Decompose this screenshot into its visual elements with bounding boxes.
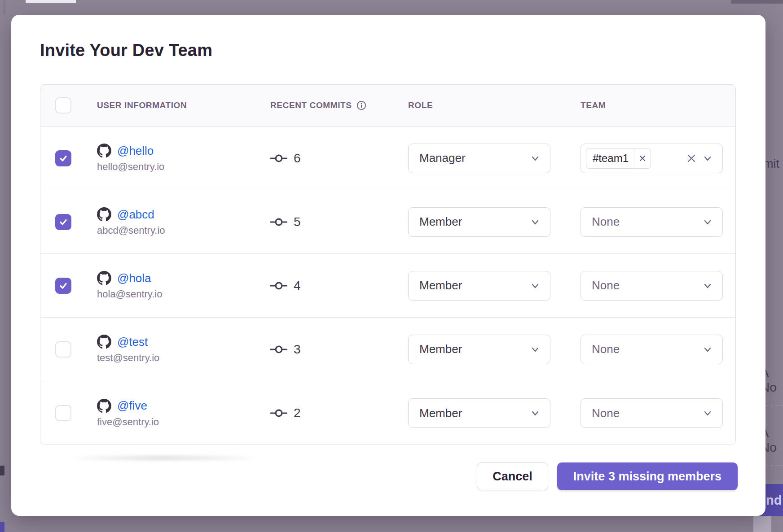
github-icon [97,399,111,413]
column-header-role: ROLE [408,100,581,110]
chevron-down-icon [702,216,713,228]
role-cell: Manager [408,144,581,173]
team-select-none[interactable]: None [581,207,723,237]
bg-fragment-square [0,522,4,532]
role-select[interactable]: Member [408,207,550,237]
git-commit-icon [270,408,287,419]
team-cell: None [581,398,735,428]
table-header-row: USER INFORMATION RECENT COMMITS ROLE TEA… [40,85,735,126]
table-row: @abcd abcd@sentry.io 5 Member [40,190,735,254]
bg-fragment-text: mit [763,157,779,171]
github-username-link[interactable]: @five [117,399,147,413]
user-email: hola@sentry.io [97,288,270,300]
select-all-checkbox[interactable] [55,97,71,113]
chevron-down-icon [702,153,713,164]
table-row: @hello hello@sentry.io 6 Manager [40,126,735,190]
team-select-tag[interactable]: #team1 [581,144,723,173]
column-header-team: TEAM [581,100,735,110]
modal-title: Invite Your Dev Team [40,41,212,60]
chevron-down-icon [529,216,541,228]
info-icon[interactable] [356,100,366,110]
recent-commits-cell: 5 [270,215,408,229]
role-cell: Member [408,335,581,364]
team-select-value: None [592,342,620,356]
invite-table: USER INFORMATION RECENT COMMITS ROLE TEA… [40,84,736,445]
row-checkbox[interactable] [55,405,71,421]
invite-missing-members-button[interactable]: Invite 3 missing members [557,462,738,490]
team-cell: None [581,335,735,364]
role-select[interactable]: Member [408,335,550,364]
role-select-value: Member [419,406,462,420]
user-information-cell: @test test@sentry.io [82,335,270,364]
role-cell: Member [408,271,581,301]
chevron-down-icon [529,407,541,419]
user-information-cell: @five five@sentry.io [82,399,270,428]
table-row: @hola hola@sentry.io 4 Member [40,254,735,318]
commit-count: 4 [294,279,301,293]
team-clear-icon[interactable] [685,153,698,163]
team-select-value: None [592,279,620,292]
role-select-value: Member [419,279,462,292]
bg-fragment-dashed-line [765,465,783,466]
user-email: abcd@sentry.io [97,225,270,236]
team-select-none[interactable]: None [581,398,723,428]
row-checkbox[interactable] [55,214,71,230]
recent-commits-cell: 2 [270,406,408,420]
modal-footer: Cancel Invite 3 missing members [477,462,738,490]
row-checkbox[interactable] [55,341,71,358]
github-username-link[interactable]: @abcd [117,208,154,222]
bg-fragment-line [4,0,4,15]
bg-fragment-strip [731,0,783,4]
role-select[interactable]: Member [408,271,550,301]
row-checkbox[interactable] [55,150,71,166]
github-icon [97,207,111,222]
column-header-label: USER INFORMATION [97,100,187,110]
row-checkbox[interactable] [55,278,71,294]
team-tag-label: #team1 [586,148,634,169]
team-cell: None [581,271,735,301]
github-icon [97,271,111,285]
role-select[interactable]: Manager [408,144,550,173]
user-email: test@sentry.io [97,352,270,364]
commit-count: 6 [294,151,301,166]
chevron-down-icon [529,344,541,355]
column-header-label: RECENT COMMITS [270,100,352,110]
team-select-none[interactable]: None [581,271,723,301]
table-body: @hello hello@sentry.io 6 Manager [40,126,735,445]
github-username-link[interactable]: @test [117,335,148,349]
column-header-user-information: USER INFORMATION [82,100,270,110]
role-cell: Member [408,398,581,428]
team-select-value: None [592,406,620,420]
bg-fragment-square [0,466,4,475]
user-email: five@sentry.io [97,416,270,428]
column-header-label: TEAM [581,100,606,110]
recent-commits-cell: 4 [270,279,408,293]
chevron-down-icon [702,407,713,419]
commit-count: 2 [294,406,301,420]
team-select-value: None [592,215,620,229]
role-select[interactable]: Member [408,398,550,428]
role-select-value: Member [419,342,462,356]
cancel-button[interactable]: Cancel [477,462,548,490]
role-select-value: Manager [419,151,466,165]
role-select-value: Member [419,215,462,229]
user-information-cell: @hello hello@sentry.io [82,144,270,173]
github-icon [97,144,111,158]
chevron-down-icon [529,153,541,164]
user-email: hello@sentry.io [97,161,270,173]
team-cell: #team1 [581,144,735,173]
table-scroll-shadow [61,454,267,462]
column-header-recent-commits: RECENT COMMITS [270,100,408,110]
table-row: @test test@sentry.io 3 Member [40,318,735,381]
team-tag-remove-icon[interactable] [634,155,651,162]
check-icon [59,281,68,290]
check-icon [59,154,68,163]
team-tag: #team1 [586,148,651,169]
team-select-none[interactable]: None [581,335,723,364]
role-cell: Member [408,207,581,237]
github-username-link[interactable]: @hello [117,144,154,158]
bg-fragment-patch [753,516,771,532]
chevron-down-icon [702,280,713,292]
bg-fragment-dashed-line [765,405,783,406]
github-username-link[interactable]: @hola [117,271,151,285]
